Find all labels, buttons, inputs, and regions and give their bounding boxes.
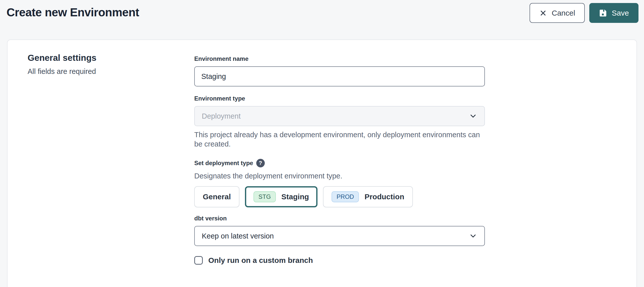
floppy-disk-icon bbox=[599, 9, 607, 17]
deployment-type-option-general-label: General bbox=[203, 193, 231, 201]
question-mark-circle-icon[interactable]: ? bbox=[256, 159, 265, 167]
section-subtitle: All fields are required bbox=[28, 67, 194, 76]
custom-branch-row: Only run on a custom branch bbox=[194, 256, 485, 265]
settings-card: General settings All fields are required… bbox=[7, 39, 637, 287]
general-settings-form: Environment name Environment type Deploy… bbox=[194, 53, 485, 265]
dbt-version-label: dbt version bbox=[194, 215, 485, 222]
header-actions: Cancel Save bbox=[530, 3, 638, 23]
page-title: Create new Environment bbox=[7, 6, 139, 19]
deployment-type-option-production[interactable]: PROD Production bbox=[323, 186, 413, 207]
deployment-type-option-staging[interactable]: STG Staging bbox=[245, 186, 317, 207]
section-intro: General settings All fields are required bbox=[28, 53, 194, 265]
prod-badge: PROD bbox=[332, 191, 359, 202]
environment-type-field: Environment type Deployment This project… bbox=[194, 95, 485, 149]
cancel-button-label: Cancel bbox=[552, 9, 575, 17]
section-title: General settings bbox=[28, 53, 194, 63]
dbt-version-value: Keep on latest version bbox=[202, 232, 274, 240]
deployment-type-options: General STG Staging PROD Production bbox=[194, 186, 485, 207]
custom-branch-label[interactable]: Only run on a custom branch bbox=[208, 256, 313, 265]
save-button-label: Save bbox=[612, 9, 629, 17]
x-icon bbox=[539, 9, 547, 17]
page-header: Create new Environment Cancel Save bbox=[0, 0, 644, 39]
environment-type-label: Environment type bbox=[194, 95, 485, 102]
deployment-type-field: Set deployment type ? Designates the dep… bbox=[194, 159, 485, 207]
chevron-down-icon bbox=[469, 232, 477, 240]
dbt-version-field: dbt version Keep on latest version bbox=[194, 215, 485, 246]
deployment-type-label-text: Set deployment type bbox=[194, 160, 253, 167]
chevron-down-icon bbox=[469, 112, 477, 120]
environment-name-field: Environment name bbox=[194, 55, 485, 86]
environment-name-label: Environment name bbox=[194, 55, 485, 62]
deployment-type-option-staging-label: Staging bbox=[281, 193, 309, 201]
stg-badge: STG bbox=[253, 191, 276, 202]
save-button[interactable]: Save bbox=[589, 3, 638, 23]
deployment-type-label: Set deployment type ? bbox=[194, 159, 485, 167]
environment-name-input[interactable] bbox=[194, 66, 485, 86]
environment-type-value: Deployment bbox=[202, 112, 241, 120]
cancel-button[interactable]: Cancel bbox=[530, 3, 585, 23]
deployment-type-option-general[interactable]: General bbox=[194, 186, 239, 207]
environment-type-help-text: This project already has a development e… bbox=[194, 130, 485, 149]
custom-branch-checkbox[interactable] bbox=[194, 256, 203, 265]
dbt-version-select[interactable]: Keep on latest version bbox=[194, 226, 485, 246]
deployment-type-option-production-label: Production bbox=[364, 193, 404, 201]
deployment-type-description: Designates the deployment environment ty… bbox=[194, 172, 485, 180]
environment-type-select[interactable]: Deployment bbox=[194, 106, 485, 126]
